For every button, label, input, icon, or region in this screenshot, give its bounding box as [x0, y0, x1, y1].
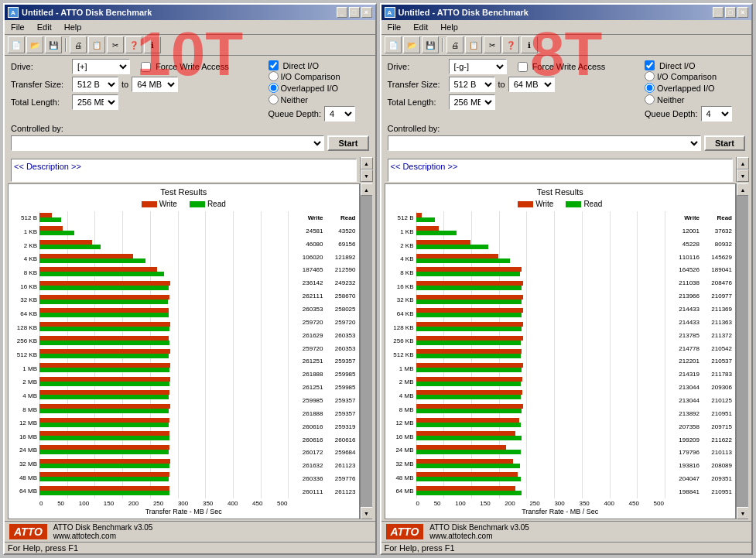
total-select-2[interactable]: 256 MB: [449, 94, 495, 110]
tb-save-2[interactable]: 💾: [422, 36, 439, 53]
queue-select-2[interactable]: 4: [701, 106, 732, 122]
maximize-btn-2[interactable]: □: [725, 7, 736, 18]
drive-select-2[interactable]: [-g-]: [449, 59, 507, 74]
bar-row-4-2: [416, 267, 666, 278]
bar-row-0-2: [416, 213, 666, 224]
scroll-up-1[interactable]: ▲: [361, 157, 373, 169]
app-icon-1: A: [8, 7, 19, 18]
x-title-1: Transfer Rate - MB / Sec: [12, 508, 356, 515]
force-write-check-2[interactable]: [518, 62, 528, 72]
bar-row-2-1: [39, 240, 289, 251]
tb-b1[interactable]: 📋: [88, 36, 105, 53]
tb-print-2[interactable]: 🖨: [446, 36, 464, 53]
status-bar-1: For Help, press F1: [5, 542, 375, 553]
tb-new-2[interactable]: 📄: [385, 36, 402, 53]
force-write-label-2: Force Write Access: [532, 62, 606, 71]
close-btn-1[interactable]: ×: [361, 7, 372, 18]
menu-file-1[interactable]: File: [8, 22, 28, 33]
tb-b4[interactable]: ℹ: [144, 36, 161, 53]
bar-row-1-2: [416, 226, 666, 237]
tb-save-1[interactable]: 💾: [45, 36, 62, 53]
overlapped-io-radio-1[interactable]: [269, 83, 279, 93]
bar-row-5-2: [416, 281, 666, 292]
total-select-1[interactable]: 256 MB: [72, 94, 118, 110]
close-btn-2[interactable]: ×: [737, 7, 748, 18]
menu-edit-1[interactable]: Edit: [34, 22, 55, 33]
minimize-btn-1[interactable]: _: [337, 7, 347, 18]
read-legend-color-2: [566, 201, 581, 207]
desc-scrollbar-2[interactable]: ▲ ▼: [736, 157, 748, 182]
direct-io-check-1[interactable]: [269, 60, 279, 70]
chart-values-2: Write Read 1200137632 4522880932 1101161…: [665, 211, 732, 498]
chart-2: Test Results Write Read 512 B 1 KB 2 KB …: [385, 183, 737, 519]
tb-b3[interactable]: ❓: [125, 36, 142, 53]
bar-row-6-2: [416, 295, 666, 306]
minimize-btn-2[interactable]: _: [713, 7, 724, 18]
config-area-2: Drive: [-g-] Force Write Access Transfer…: [381, 56, 752, 156]
chart-legend-1: Write Read: [12, 200, 356, 208]
controlled-select-1[interactable]: [11, 135, 324, 151]
transfer-from-2[interactable]: 512 B: [449, 77, 495, 92]
chart-scrollbar-1[interactable]: ▲ ▼: [360, 183, 372, 519]
transfer-to-2[interactable]: 64 MB: [508, 77, 555, 92]
transfer-to-1[interactable]: 64 MB: [132, 77, 178, 92]
desc-area-2: << Description >>: [388, 159, 734, 182]
io-comparison-radio-2[interactable]: [645, 71, 655, 81]
direct-io-check-2[interactable]: [645, 60, 655, 70]
tb-b2[interactable]: ✂: [107, 36, 124, 53]
desc-area-1: << Description >>: [11, 159, 357, 182]
chart-scroll-down-1[interactable]: ▼: [361, 507, 372, 519]
chart-scroll-track-2[interactable]: [737, 196, 748, 507]
menu-file-2[interactable]: File: [385, 22, 405, 33]
controlled-label-2: Controlled by:: [388, 124, 440, 133]
direct-io-label-1: Direct I/O: [283, 61, 319, 70]
bar-row-13-1: [39, 390, 289, 401]
bar-row-6-1: [39, 295, 289, 306]
transfer-from-1[interactable]: 512 B: [72, 77, 118, 92]
tb-b5[interactable]: 📋: [465, 36, 482, 53]
app-icon-2: A: [385, 7, 395, 18]
atto-logo-2: ATTO: [386, 524, 424, 539]
neither-radio-1[interactable]: [269, 94, 279, 104]
overlapped-io-radio-2[interactable]: [645, 83, 655, 93]
tb-open-1[interactable]: 📂: [26, 36, 43, 53]
chart-scroll-down-2[interactable]: ▼: [737, 507, 748, 519]
menu-help-1[interactable]: Help: [61, 22, 85, 33]
io-comparison-radio-1[interactable]: [269, 71, 279, 81]
scroll-down-2[interactable]: ▼: [737, 169, 749, 182]
drive-select-1[interactable]: [+]: [72, 59, 130, 74]
chart-scroll-up-1[interactable]: ▲: [361, 183, 372, 196]
start-btn-2[interactable]: Start: [704, 135, 745, 151]
menu-help-2[interactable]: Help: [437, 22, 461, 33]
tb-new-1[interactable]: 📄: [8, 36, 25, 53]
chart-scroll-up-2[interactable]: ▲: [737, 183, 748, 196]
menu-edit-2[interactable]: Edit: [410, 22, 431, 33]
window-2: A Untitled - ATTO Disk Benchmark _ □ × 8…: [380, 3, 754, 555]
bar-row-1-1: [39, 226, 289, 237]
chart-row-labels-1: 512 B 1 KB 2 KB 4 KB 8 KB 16 KB 32 KB 64…: [12, 211, 39, 498]
controlled-select-2[interactable]: [388, 135, 701, 151]
tb-b6[interactable]: ✂: [484, 36, 501, 53]
start-btn-1[interactable]: Start: [327, 135, 368, 151]
chart-scrollbar-2[interactable]: ▲ ▼: [736, 183, 748, 519]
tb-open-2[interactable]: 📂: [403, 36, 420, 53]
bar-row-11-2: [416, 363, 666, 374]
desc-scrollbar-1[interactable]: ▲ ▼: [360, 157, 372, 182]
tb-b7[interactable]: ❓: [502, 36, 519, 53]
scroll-up-2[interactable]: ▲: [737, 157, 749, 169]
chart-bars-area-1: [39, 211, 289, 498]
chart-values-1: Write Read 2458143520 4608069156 1060201…: [289, 211, 356, 498]
maximize-btn-1[interactable]: □: [349, 7, 360, 18]
chart-scroll-track-1[interactable]: [361, 196, 372, 507]
force-write-check-1[interactable]: [141, 62, 151, 72]
drive-label-1: Drive:: [11, 62, 69, 71]
chart-title-1: Test Results: [12, 187, 356, 197]
tb-sep-1: [65, 38, 67, 52]
tb-print-1[interactable]: 🖨: [70, 36, 87, 53]
neither-radio-2[interactable]: [645, 94, 655, 104]
scroll-down-1[interactable]: ▼: [361, 169, 373, 182]
tb-b8[interactable]: ℹ: [521, 36, 538, 53]
bottom-bar-1: ATTO ATTO Disk Benchmark v3.05 www.attot…: [5, 521, 375, 542]
queue-select-1[interactable]: 4: [324, 106, 355, 122]
bar-row-0-1: [39, 213, 289, 224]
